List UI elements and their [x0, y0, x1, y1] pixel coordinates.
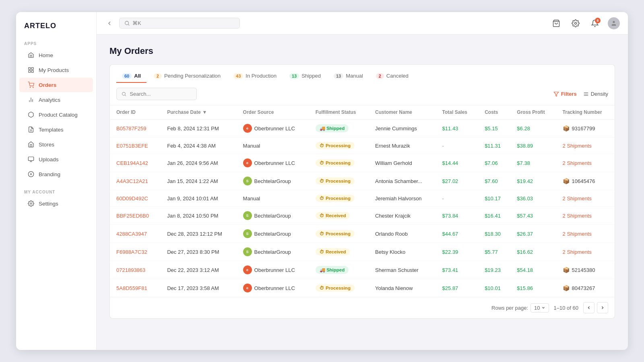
- order-id-2[interactable]: CEB194A142: [116, 160, 148, 166]
- gross-profit-value-5: $57.43: [517, 213, 533, 219]
- svg-point-18: [122, 92, 126, 95]
- main-content: 6 My Orders 60 All 2 Pending Personaliza…: [97, 12, 628, 350]
- sidebar-item-my-products[interactable]: My Products: [19, 63, 93, 77]
- col-header-fulfillment-status: Fulfillment Status: [309, 105, 369, 119]
- order-id-8[interactable]: 0721893863: [116, 267, 145, 273]
- sidebar-item-stores[interactable]: Stores: [19, 137, 93, 152]
- order-id-6[interactable]: 4288CA3947: [116, 231, 147, 237]
- prev-page-button[interactable]: [583, 302, 594, 313]
- tab-shipped[interactable]: 13 Shipped: [284, 70, 326, 83]
- filters-button[interactable]: Filters: [553, 91, 577, 97]
- total-sales-3: $27.02: [436, 172, 479, 190]
- tab-manual[interactable]: 13 Manual: [328, 70, 369, 83]
- customer-name-5: Chester Krajcik: [369, 207, 436, 225]
- gross-profit-value-4: $36.03: [517, 195, 533, 202]
- sidebar-item-orders[interactable]: Orders: [19, 78, 93, 92]
- sidebar-item-uploads[interactable]: Uploads: [19, 152, 93, 167]
- density-button[interactable]: Density: [583, 91, 608, 97]
- cart-icon[interactable]: [550, 17, 563, 30]
- sort-icon: ▼: [202, 109, 207, 115]
- avatar[interactable]: [608, 17, 620, 29]
- svg-rect-0: [29, 68, 31, 70]
- uploads-icon: [27, 156, 35, 163]
- global-search-bar[interactable]: [119, 18, 240, 29]
- sidebar-item-label-analytics: Analytics: [39, 97, 60, 103]
- shipments-link-7[interactable]: 2 Shipments: [563, 249, 592, 255]
- settings-icon[interactable]: [569, 17, 582, 30]
- table-header: Order IDPurchase Date▼Order SourceFulfil…: [110, 105, 615, 119]
- order-id-1[interactable]: E0751B3EFE: [116, 143, 148, 149]
- order-id-9[interactable]: 5A8D559F81: [116, 285, 147, 291]
- total-sales-0: $11.43: [436, 119, 479, 138]
- total-sales-value-6: $44.67: [442, 231, 458, 237]
- page-content: My Orders 60 All 2 Pending Personalizati…: [97, 35, 628, 350]
- shipments-link-6[interactable]: 2 Shipments: [563, 231, 592, 237]
- col-header-purchase-date[interactable]: Purchase Date▼: [161, 105, 236, 119]
- sidebar: ARTELO APPS Home My Products Orders Anal…: [16, 12, 97, 350]
- total-sales-dash-4: -: [442, 195, 444, 202]
- purchase-date-5: Jan 8, 2024 10:50 PM: [161, 207, 236, 225]
- sidebar-item-analytics[interactable]: Analytics: [19, 93, 93, 107]
- page-info: 1–10 of 60: [554, 305, 578, 311]
- shipments-link-2[interactable]: 2 Shipments: [563, 160, 592, 166]
- rows-per-page-select[interactable]: 10: [530, 303, 549, 313]
- order-source-5: SBechtelarGroup: [237, 207, 309, 225]
- tracking-9: 📦80473267: [556, 279, 615, 297]
- chevron-right-icon: [600, 305, 605, 310]
- table-toolbar: Filters Density: [110, 83, 615, 105]
- col-header-total-sales: Total Sales: [436, 105, 479, 119]
- tab-in-production[interactable]: 43 In Production: [228, 70, 282, 83]
- gross-profit-value-0: $6.28: [517, 125, 530, 132]
- sidebar-item-settings[interactable]: Settings: [19, 196, 93, 211]
- order-id-0[interactable]: B05787F259: [116, 125, 146, 132]
- fulfillment-status-1: ⏱ Processing: [309, 138, 369, 154]
- sidebar-item-templates[interactable]: Templates: [19, 122, 93, 137]
- costs-1: $11.31: [478, 138, 510, 154]
- order-id-5[interactable]: BBF25ED6B0: [116, 213, 149, 219]
- chevron-left-icon: [586, 305, 591, 310]
- order-tabs: 60 All 2 Pending Personalization 43 In P…: [109, 64, 615, 83]
- sidebar-item-home[interactable]: Home: [19, 48, 93, 62]
- costs-value-3: $7.60: [485, 178, 498, 184]
- gross-profit-value-7: $16.62: [517, 249, 533, 255]
- sidebar-item-product-catalog[interactable]: Product Catalog: [19, 107, 93, 122]
- fulfillment-status-6: ⏱ Processing: [309, 225, 369, 243]
- tracking-5: 2 Shipments: [556, 207, 615, 225]
- next-page-button[interactable]: [597, 302, 608, 313]
- customer-name-9: Yolanda Nienow: [369, 279, 436, 297]
- total-sales-value-2: $14.44: [442, 160, 458, 166]
- purchase-date-2: Jan 26, 2024 9:56 AM: [161, 154, 236, 172]
- sidebar-item-label-settings: Settings: [39, 201, 58, 207]
- shipments-link-1[interactable]: 2 Shipments: [563, 143, 592, 149]
- templates-icon: [27, 126, 35, 133]
- order-id-3[interactable]: A4A3C12A21: [116, 178, 148, 184]
- order-source-7: SBechtelarGroup: [237, 243, 309, 261]
- order-source-0: eOberbrunner LLC: [237, 119, 309, 138]
- notification-bell-icon[interactable]: 6: [588, 17, 601, 30]
- source-cell-5: SBechtelarGroup: [243, 211, 303, 220]
- collapse-sidebar-button[interactable]: [105, 19, 114, 28]
- gross-profit-7: $16.62: [510, 243, 556, 261]
- table-search-input[interactable]: [130, 91, 192, 97]
- order-id-7[interactable]: F6988A7C32: [116, 249, 147, 255]
- global-search-input[interactable]: [132, 20, 200, 26]
- gross-profit-value-1: $38.89: [517, 143, 533, 149]
- tab-canceled[interactable]: 2 Canceled: [370, 70, 414, 83]
- app-logo: ARTELO: [16, 19, 96, 38]
- order-id-4[interactable]: 60D09D492C: [116, 195, 148, 202]
- tab-all[interactable]: 60 All: [116, 70, 147, 83]
- sidebar-item-branding[interactable]: Branding: [19, 167, 93, 181]
- shipments-link-4[interactable]: 2 Shipments: [563, 195, 592, 202]
- fulfillment-status-7: ⏱ Received: [309, 243, 369, 261]
- home-icon: [27, 51, 35, 59]
- shipments-link-5[interactable]: 2 Shipments: [563, 213, 592, 219]
- source-logo-5: S: [243, 211, 252, 220]
- gross-profit-value-3: $19.42: [517, 178, 533, 184]
- page-navigation: [583, 302, 608, 313]
- rows-per-page-control: Rows per page: 10: [491, 303, 549, 313]
- customer-name-2: William Gerhold: [369, 154, 436, 172]
- tab-pending-personalization[interactable]: 2 Pending Personalization: [148, 70, 226, 83]
- table-search-bar[interactable]: [116, 88, 197, 100]
- tracking-icon-3: 📦: [563, 178, 570, 184]
- status-badge-9: ⏱ Processing: [316, 284, 355, 292]
